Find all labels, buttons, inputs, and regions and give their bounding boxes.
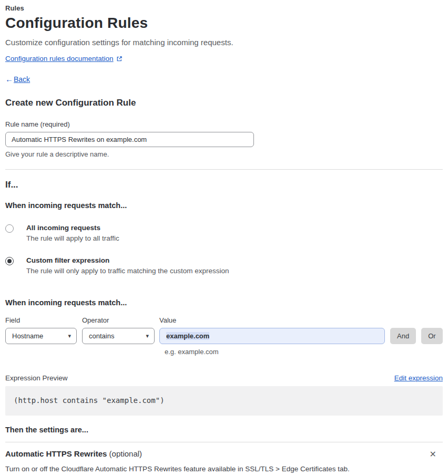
value-input-text: example.com bbox=[166, 332, 209, 340]
radio-option-custom-filter[interactable]: Custom filter expression The rule will o… bbox=[5, 256, 443, 275]
edit-expression-link[interactable]: Edit expression bbox=[394, 374, 443, 382]
breadcrumb: Rules bbox=[5, 4, 443, 12]
documentation-link[interactable]: Configuration rules documentation bbox=[5, 55, 114, 63]
field-label: Field bbox=[5, 316, 82, 324]
radio-custom-filter-label: Custom filter expression bbox=[26, 256, 229, 264]
setting-title-text: Automatic HTTPS Rewrites bbox=[5, 449, 107, 458]
page-subtitle: Customize configuration settings for mat… bbox=[5, 38, 443, 47]
expression-preview-label: Expression Preview bbox=[5, 374, 68, 382]
then-settings-heading: Then the settings are... bbox=[5, 426, 443, 434]
radio-custom-filter[interactable] bbox=[5, 257, 14, 265]
and-button[interactable]: And bbox=[390, 328, 416, 344]
operator-select[interactable]: contains ▾ bbox=[82, 328, 155, 344]
radio-custom-filter-description: The rule will only apply to traffic matc… bbox=[26, 267, 229, 275]
create-rule-heading: Create new Configuration Rule bbox=[5, 98, 443, 108]
rule-name-label: Rule name (required) bbox=[5, 120, 443, 128]
radio-option-all-requests[interactable]: All incoming requests The rule will appl… bbox=[5, 224, 443, 242]
back-link-label[interactable]: Back bbox=[14, 75, 30, 84]
chevron-down-icon: ▾ bbox=[68, 333, 71, 339]
operator-label: Operator bbox=[82, 316, 159, 324]
setting-card-description: Turn on or off the Cloudflare Automatic … bbox=[5, 465, 443, 473]
field-select[interactable]: Hostname ▾ bbox=[5, 328, 77, 344]
setting-card-title: Automatic HTTPS Rewrites (optional) bbox=[5, 449, 142, 458]
rule-name-input[interactable] bbox=[5, 132, 254, 147]
expression-preview-code: (http.host contains "example.com") bbox=[5, 386, 443, 416]
external-link-icon bbox=[116, 56, 123, 62]
rule-name-help: Give your rule a descriptive name. bbox=[5, 150, 443, 158]
divider bbox=[5, 442, 443, 442]
radio-all-requests-label: All incoming requests bbox=[26, 224, 119, 232]
field-select-value: Hostname bbox=[12, 332, 43, 340]
radio-all-requests-description: The rule will apply to all traffic bbox=[26, 234, 119, 242]
chevron-down-icon: ▾ bbox=[146, 333, 149, 339]
configuration-rules-page: Rules Configuration Rules Customize conf… bbox=[0, 0, 448, 476]
setting-optional-text: (optional) bbox=[109, 449, 142, 458]
back-link[interactable]: ←Back bbox=[5, 75, 443, 84]
value-label: Value bbox=[159, 316, 176, 324]
match-heading: When incoming requests match... bbox=[5, 201, 443, 210]
builder-heading: When incoming requests match... bbox=[5, 298, 443, 307]
page-title: Configuration Rules bbox=[5, 15, 443, 32]
value-help: e.g. example.com bbox=[165, 348, 443, 356]
divider bbox=[5, 169, 443, 170]
value-input[interactable]: example.com bbox=[159, 328, 385, 344]
operator-select-value: contains bbox=[89, 332, 114, 340]
radio-all-requests[interactable] bbox=[5, 224, 14, 233]
if-heading: If... bbox=[5, 180, 443, 190]
back-arrow-icon: ← bbox=[5, 75, 13, 84]
or-button[interactable]: Or bbox=[421, 328, 442, 344]
close-icon[interactable]: ✕ bbox=[426, 449, 440, 460]
